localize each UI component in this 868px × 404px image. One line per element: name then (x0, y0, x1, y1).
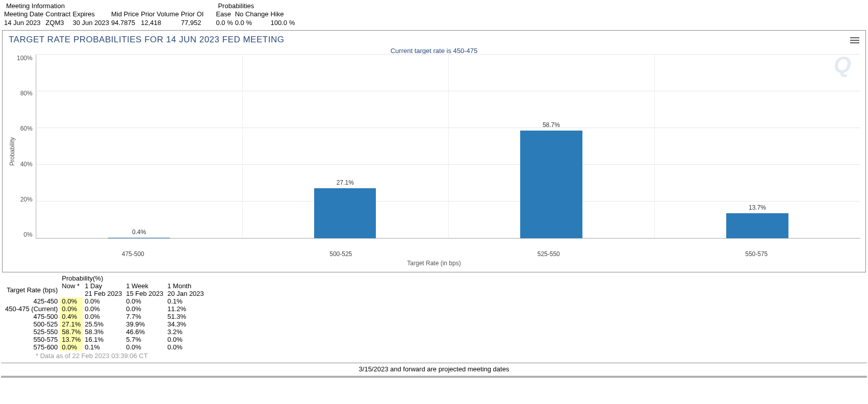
col-expires: Expires (71, 10, 110, 18)
bottom-note: 3/15/2023 and forward are projected meet… (1, 363, 867, 377)
bars-container: 0.4%27.1%58.7%13.7% (36, 55, 860, 238)
y-axis-label: Probability (8, 137, 17, 166)
bar-value-label: 58.7% (543, 121, 560, 129)
history-cell: 16.1% (83, 336, 124, 343)
x-tick-label: 500-525 (237, 248, 445, 258)
val-ease: 0.0 % (215, 18, 234, 27)
y-axis-ticks: 100% 80% 60% 40% 20% 0% (17, 55, 36, 238)
history-cell: 0.0% (124, 305, 165, 313)
x-tick-label: 525-550 (445, 248, 653, 258)
bar-slot: 27.1% (242, 55, 448, 238)
probabilities-title: Probabilities (215, 2, 296, 10)
bar-slot: 58.7% (448, 55, 654, 238)
chart-menu-icon[interactable] (850, 36, 859, 45)
history-rate: 575-600 (3, 343, 60, 351)
bar-value-label: 13.7% (749, 204, 766, 211)
history-cell: 0.0% (60, 343, 83, 351)
bar[interactable]: 0.4% (108, 238, 170, 238)
meeting-info-table: Meeting Date Contract Expires Mid Price … (3, 10, 205, 27)
probabilities-table: Ease No Change Hike 0.0 % 0.0 % 100.0 % (215, 10, 296, 27)
ytick: 100% (17, 55, 33, 62)
history-probability-table: Probability(%) Target Rate (bps) Now * 1… (3, 274, 206, 351)
x-axis-label: Target Rate (in bps) (3, 258, 865, 270)
ytick: 60% (20, 125, 33, 132)
history-cell: 0.0% (83, 305, 124, 313)
history-row: 500-52527.1%25.5%39.9%34.3% (3, 320, 206, 328)
chart-subtitle: Current target rate is 450-475 (3, 45, 865, 55)
history-cell: 34.3% (165, 320, 206, 328)
history-cell: 13.7% (60, 336, 83, 343)
bar[interactable]: 58.7% (520, 131, 582, 238)
chart-title: TARGET RATE PROBABILITIES FOR 14 JUN 202… (3, 31, 865, 45)
history-header-group: Probability(%) (60, 274, 206, 282)
col-hike: Hike (269, 10, 296, 18)
ytick: 40% (20, 161, 33, 168)
val-contract: ZQM3 (44, 18, 71, 27)
history-cell: 25.5% (83, 320, 124, 328)
plot-area: 0.4%27.1%58.7%13.7% (36, 55, 860, 239)
history-row: 525-55058.7%58.3%46.6%3.2% (3, 328, 206, 336)
history-rate: 450-475 (Current) (3, 305, 60, 313)
history-col-1day: 1 Day (83, 282, 124, 290)
history-cell: 51.3% (165, 313, 206, 320)
history-cell: 3.2% (165, 328, 206, 336)
history-row: 475-5000.4%0.0%7.7%51.3% (3, 313, 206, 320)
val-mid-price: 94.7875 (110, 18, 140, 27)
ytick: 20% (20, 196, 33, 203)
bar-value-label: 27.1% (337, 179, 354, 186)
history-cell: 5.7% (124, 336, 165, 343)
history-rate: 550-575 (3, 336, 60, 343)
history-cell: 0.4% (60, 313, 83, 320)
history-cell: 0.0% (124, 343, 165, 351)
history-cell: 39.9% (124, 320, 165, 328)
history-col-1week: 1 Week (124, 282, 165, 290)
ytick: 0% (23, 231, 32, 238)
history-rate: 500-525 (3, 320, 60, 328)
val-prior-volume: 12,418 (140, 18, 180, 27)
col-meeting-date: Meeting Date (3, 10, 44, 18)
val-expires: 30 Jun 2023 (71, 18, 110, 27)
chart-plot: Probability 100% 80% 60% 40% 20% 0% 0.4%… (3, 55, 865, 248)
col-ease: Ease (215, 10, 234, 18)
history-cell: 0.1% (165, 297, 206, 305)
history-cell: 7.7% (124, 313, 165, 320)
history-cell: 0.0% (165, 343, 206, 351)
history-rate: 525-550 (3, 328, 60, 336)
history-cell: 0.0% (83, 313, 124, 320)
history-cell: 58.3% (83, 328, 124, 336)
col-mid-price: Mid Price (110, 10, 140, 18)
probabilities-summary: Probabilities Ease No Change Hike 0.0 % … (215, 2, 296, 27)
col-prior-oi: Prior OI (180, 10, 205, 18)
bar[interactable]: 13.7% (726, 213, 788, 238)
val-meeting-date: 14 Jun 2023 (3, 18, 44, 27)
x-tick-label: 475-500 (29, 248, 237, 258)
history-row: 450-475 (Current)0.0%0.0%0.0%11.2% (3, 305, 206, 313)
history-col-rate: Target Rate (bps) (3, 282, 60, 297)
history-col-now: Now * (60, 282, 83, 290)
history-date-1week: 15 Feb 2023 (124, 290, 165, 297)
history-date-1day: 21 Feb 2023 (83, 290, 124, 297)
history-cell: 27.1% (60, 320, 83, 328)
history-cell: 0.0% (124, 297, 165, 305)
history-date-now (60, 290, 83, 297)
x-axis-ticks: 475-500500-525525-550550-575 (29, 248, 860, 258)
history-cell: 0.0% (60, 297, 83, 305)
bar[interactable]: 27.1% (314, 188, 376, 238)
history-date-1month: 20 Jan 2023 (165, 290, 206, 297)
history-cell: 58.7% (60, 328, 83, 336)
top-info-block: Meeting Information Meeting Date Contrac… (0, 0, 868, 29)
history-cell: 0.0% (165, 336, 206, 343)
ytick: 80% (20, 90, 33, 97)
val-prior-oi: 77,952 (180, 18, 205, 27)
history-cell: 0.0% (83, 297, 124, 305)
history-cell: 46.6% (124, 328, 165, 336)
val-no-change: 0.0 % (234, 18, 270, 27)
history-cell: 0.0% (60, 305, 83, 313)
history-cell: 11.2% (165, 305, 206, 313)
history-cell: 0.1% (83, 343, 124, 351)
col-contract: Contract (44, 10, 71, 18)
meeting-info-title: Meeting Information (3, 2, 205, 10)
bar-slot: 0.4% (36, 55, 242, 238)
history-row: 575-6000.0%0.1%0.0%0.0% (3, 343, 206, 351)
history-row: 425-4500.0%0.0%0.0%0.1% (3, 297, 206, 305)
